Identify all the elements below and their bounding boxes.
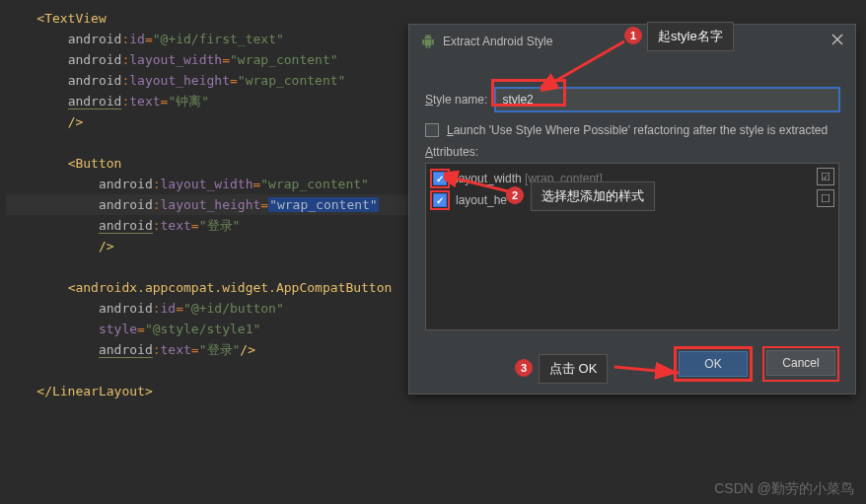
select-all-icon[interactable]: ☑ xyxy=(817,168,834,185)
launch-refactor-checkbox[interactable] xyxy=(425,123,439,137)
close-icon[interactable] xyxy=(831,34,843,48)
cancel-button[interactable]: Cancel xyxy=(766,350,835,376)
annotation-badge: 1 xyxy=(624,27,642,44)
launch-refactor-label: Launch 'Use Style Where Possible' refact… xyxy=(447,123,828,137)
annotation-label: 起style名字 xyxy=(647,22,734,51)
code-editor[interactable]: <TextView android:id="@+id/first_text" a… xyxy=(0,0,409,401)
deselect-all-icon[interactable]: ☐ xyxy=(817,189,834,207)
annotation-badge: 2 xyxy=(506,186,524,204)
dialog-title: Extract Android Style xyxy=(443,35,552,48)
style-name-label: Style name: xyxy=(425,93,487,107)
annotation-badge: 3 xyxy=(515,359,533,377)
annotation-label: 选择想添加的样式 xyxy=(531,181,655,211)
style-name-input[interactable] xyxy=(495,88,839,111)
annotation-label: 点击 OK xyxy=(539,354,608,384)
attr-name: layout_he xyxy=(456,193,507,207)
ok-button[interactable]: OK xyxy=(679,351,748,377)
android-icon xyxy=(421,35,435,48)
attributes-label: Attributes: xyxy=(425,145,839,159)
attr-checkbox[interactable]: ✓ xyxy=(433,193,447,207)
attr-checkbox[interactable]: ✓ xyxy=(433,172,447,185)
watermark: CSDN @勤劳的小菜鸟 xyxy=(714,480,854,498)
